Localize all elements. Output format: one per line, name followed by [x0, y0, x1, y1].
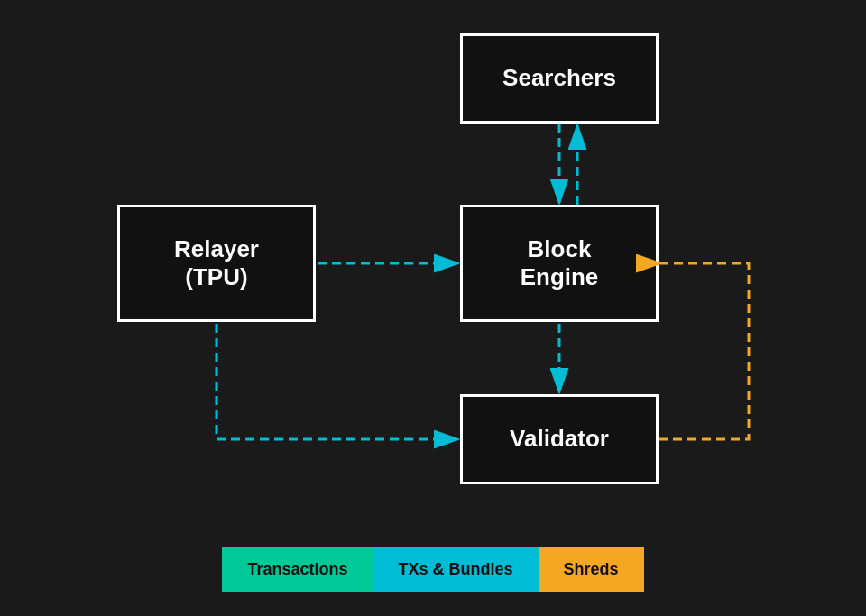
searchers-label: Searchers [502, 64, 616, 92]
validator-label: Validator [510, 425, 609, 453]
validator-to-blockengine-orange-arrow [659, 263, 749, 439]
legend: Transactions TXs & Bundles Shreds [222, 547, 643, 592]
relayer-node: Relayer(TPU) [117, 205, 316, 322]
legend-bundles-label: TXs & Bundles [398, 560, 512, 579]
legend-transactions-label: Transactions [247, 560, 347, 579]
legend-transactions: Transactions [222, 547, 373, 592]
legend-shreds: Shreds [539, 547, 644, 592]
legend-shreds-label: Shreds [564, 560, 619, 579]
block-engine-label: BlockEngine [521, 235, 599, 291]
block-engine-node: BlockEngine [460, 205, 659, 322]
diagram: Searchers BlockEngine Relayer(TPU) Valid… [63, 24, 803, 529]
relayer-label: Relayer(TPU) [174, 235, 259, 291]
searchers-node: Searchers [460, 33, 659, 124]
validator-node: Validator [460, 394, 659, 484]
legend-bundles: TXs & Bundles [373, 547, 538, 592]
